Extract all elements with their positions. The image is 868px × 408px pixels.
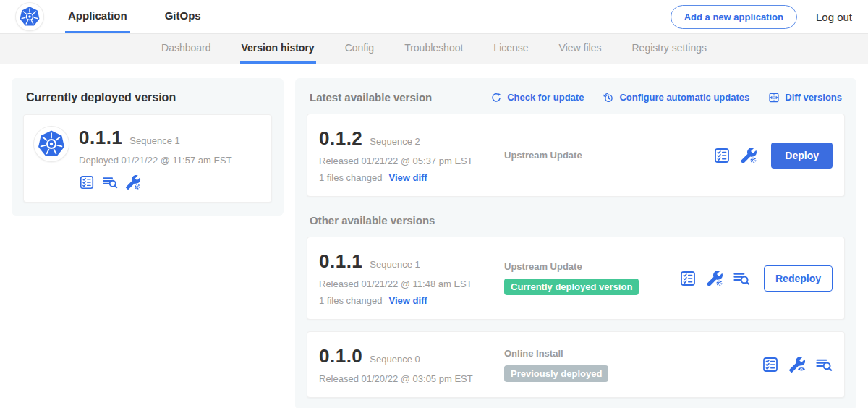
- tab-dashboard[interactable]: Dashboard: [160, 34, 213, 64]
- deployed-version-number: 0.1.1: [79, 127, 122, 149]
- file-diff-icon[interactable]: [102, 174, 118, 190]
- tab-view-files[interactable]: View files: [558, 34, 603, 64]
- sequence-label: Sequence 1: [370, 259, 420, 270]
- version-number: 0.1.1: [319, 250, 362, 273]
- configure-automatic-updates-link[interactable]: Configure automatic updates: [603, 92, 749, 103]
- kubernetes-logo: [16, 3, 43, 30]
- latest-available-title: Latest available version: [310, 91, 432, 103]
- version-row-0-1-0: 0.1.0 Sequence 0 Released 01/20/22 @ 03:…: [307, 331, 845, 398]
- tab-application[interactable]: Application: [65, 0, 130, 33]
- version-source-label: Upstream Update: [504, 150, 582, 161]
- version-source-label: Upstream Update: [504, 261, 582, 272]
- check-for-update-label: Check for update: [507, 92, 584, 103]
- version-number: 0.1.2: [319, 127, 362, 150]
- deploy-button[interactable]: Deploy: [771, 143, 833, 169]
- refresh-icon: [490, 92, 502, 103]
- sequence-label: Sequence 0: [370, 354, 420, 365]
- version-number: 0.1.0: [319, 345, 362, 367]
- config-icon[interactable]: [125, 174, 141, 190]
- released-timestamp: Released 01/21/22 @ 05:37 pm EST: [319, 156, 504, 166]
- app-avatar: [34, 127, 69, 161]
- currently-deployed-title: Currently deployed version: [23, 91, 272, 104]
- schedule-update-icon: [603, 92, 614, 103]
- tab-config[interactable]: Config: [344, 34, 375, 64]
- deployed-version-card: 0.1.1 Sequence 1 Deployed 01/21/22 @ 11:…: [23, 114, 272, 203]
- tab-version-history[interactable]: Version history: [240, 34, 316, 64]
- release-notes-icon[interactable]: [762, 356, 779, 373]
- kubernetes-logo-icon: [19, 6, 41, 27]
- tab-troubleshoot[interactable]: Troubleshoot: [403, 34, 464, 64]
- tab-gitops[interactable]: GitOps: [162, 0, 204, 33]
- view-diff-link[interactable]: View diff: [388, 172, 427, 183]
- config-icon[interactable]: [706, 270, 723, 287]
- config-icon[interactable]: [740, 147, 757, 164]
- currently-deployed-panel: Currently deployed version 0.1.1 Sequenc…: [12, 78, 284, 216]
- top-nav: Application GitOps: [65, 0, 204, 33]
- file-diff-icon[interactable]: [815, 356, 833, 373]
- logout-link[interactable]: Log out: [816, 11, 852, 23]
- version-row-0-1-1: 0.1.1 Sequence 1 Released 01/21/22 @ 11:…: [307, 237, 845, 320]
- main-content: Currently deployed version 0.1.1 Sequenc…: [0, 64, 868, 408]
- diff-versions-label: Diff versions: [785, 92, 842, 103]
- version-source-label: Online Install: [504, 348, 563, 359]
- top-bar-right: Add a new application Log out: [671, 0, 852, 33]
- kubernetes-logo-icon: [37, 129, 66, 158]
- files-changed-label: 1 files changed: [319, 295, 382, 306]
- configure-automatic-updates-label: Configure automatic updates: [619, 92, 749, 103]
- top-bar: Application GitOps Add a new application…: [0, 0, 868, 34]
- check-for-update-link[interactable]: Check for update: [490, 92, 584, 103]
- diff-versions-link[interactable]: Diff versions: [768, 92, 842, 103]
- view-diff-link[interactable]: View diff: [388, 295, 427, 306]
- files-changed-label: 1 files changed: [319, 172, 382, 183]
- currently-deployed-badge: Currently deployed version: [504, 279, 639, 295]
- file-diff-icon[interactable]: [733, 270, 750, 287]
- redeploy-button[interactable]: Redeploy: [764, 265, 833, 292]
- release-notes-icon[interactable]: [79, 174, 95, 190]
- released-timestamp: Released 01/21/22 @ 11:48 am EST: [319, 279, 504, 289]
- other-versions-title: Other available versions: [307, 214, 845, 226]
- view-config-icon[interactable]: [788, 356, 806, 373]
- version-history-panel: Latest available version Check for updat…: [295, 78, 856, 408]
- previously-deployed-badge: Previously deployed: [504, 365, 608, 382]
- tab-license[interactable]: License: [492, 34, 529, 64]
- released-timestamp: Released 01/20/22 @ 03:05 pm EST: [319, 373, 504, 384]
- release-notes-icon[interactable]: [679, 270, 697, 287]
- release-notes-icon[interactable]: [713, 147, 731, 164]
- version-row-0-1-2: 0.1.2 Sequence 2 Released 01/21/22 @ 05:…: [307, 114, 845, 197]
- app-subnav: Dashboard Version history Config Trouble…: [0, 34, 868, 64]
- add-application-button[interactable]: Add a new application: [671, 5, 797, 29]
- tab-registry-settings[interactable]: Registry settings: [631, 34, 708, 64]
- deployed-sequence-label: Sequence 1: [129, 135, 179, 146]
- deployed-timestamp: Deployed 01/21/22 @ 11:57 am EST: [79, 155, 232, 166]
- sequence-label: Sequence 2: [370, 136, 420, 147]
- diff-versions-icon: [768, 92, 780, 103]
